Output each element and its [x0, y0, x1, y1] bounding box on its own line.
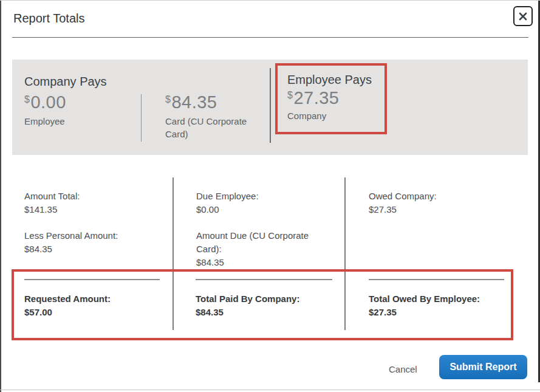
page-title: Report Totals [13, 12, 84, 26]
company-pays-card-amount: $84.35 Card (CU Corporate Card) [165, 92, 262, 140]
summary-section-divider [270, 68, 271, 143]
detail-label: Due Employee: [196, 190, 325, 203]
window-border-top [0, 0, 540, 1]
currency-symbol: $ [165, 94, 171, 105]
close-button[interactable] [513, 6, 533, 26]
details-column-owed: Owed Company: $27.35 [369, 190, 501, 229]
detail-row: Amount Due (CU Corporate Card): $84.35 [196, 229, 325, 269]
window-border-left [0, 0, 1, 392]
total-value: $57.00 [24, 306, 111, 319]
detail-value: $141.35 [24, 203, 157, 216]
detail-label: Amount Total: [24, 190, 157, 203]
amount-value: $84.35 [165, 92, 262, 112]
detail-value: $27.35 [369, 203, 501, 216]
detail-row: Due Employee: $0.00 [196, 190, 325, 216]
report-totals-dialog: Report Totals Company Pays $0.00 Employe… [0, 0, 540, 392]
total-owed-by-employee: Total Owed By Employee: $27.35 [369, 292, 480, 319]
amount-number: 27.35 [293, 88, 339, 108]
total-divider [196, 279, 332, 280]
company-pays-heading: Company Pays [24, 75, 107, 89]
company-pays-employee-amount: $0.00 Employee [24, 92, 128, 128]
total-label: Total Owed By Employee: [369, 292, 480, 306]
total-label: Requested Amount: [24, 292, 111, 306]
summary-panel: Company Pays $0.00 Employee $84.35 Card … [12, 60, 528, 155]
window-border-bottom [0, 390, 540, 390]
close-icon [519, 12, 527, 21]
detail-value: $84.35 [196, 256, 325, 269]
employee-pays-annotation-box: Employee Pays $27.35 Company [275, 63, 387, 134]
currency-symbol: $ [24, 94, 30, 105]
total-value: $84.35 [196, 306, 299, 319]
amount-source-label: Company [287, 109, 384, 122]
requested-amount-total: Requested Amount: $57.00 [24, 292, 111, 319]
detail-value: $84.35 [24, 242, 157, 256]
detail-row: Owed Company: $27.35 [369, 190, 501, 216]
amount-source-label: Employee [24, 115, 128, 128]
total-divider [24, 279, 160, 280]
employee-pays-heading: Employee Pays [287, 73, 384, 87]
detail-row: Amount Total: $141.35 [24, 190, 157, 216]
detail-value: $0.00 [196, 203, 325, 216]
header-divider [12, 37, 528, 38]
total-paid-by-company: Total Paid By Company: $84.35 [196, 292, 299, 319]
amount-source-label: Card (CU Corporate Card) [165, 115, 262, 140]
total-label: Total Paid By Company: [196, 292, 299, 306]
total-value: $27.35 [369, 306, 480, 319]
detail-label: Owed Company: [369, 190, 501, 203]
summary-divider [141, 94, 142, 142]
amount-number: 84.35 [171, 92, 217, 112]
currency-symbol: $ [287, 90, 293, 100]
details-column-due: Due Employee: $0.00 Amount Due (CU Corpo… [196, 190, 325, 282]
detail-label: Amount Due (CU Corporate Card): [196, 229, 325, 256]
detail-label: Less Personal Amount: [24, 229, 157, 242]
details-column-amounts: Amount Total: $141.35 Less Personal Amou… [24, 190, 157, 269]
amount-value: $27.35 [287, 88, 384, 108]
total-divider [369, 279, 504, 280]
submit-report-button[interactable]: Submit Report [439, 355, 527, 379]
amount-number: 0.00 [30, 92, 66, 112]
cancel-button[interactable]: Cancel [381, 360, 425, 378]
amount-value: $0.00 [24, 92, 128, 112]
detail-row: Less Personal Amount: $84.35 [24, 229, 157, 256]
